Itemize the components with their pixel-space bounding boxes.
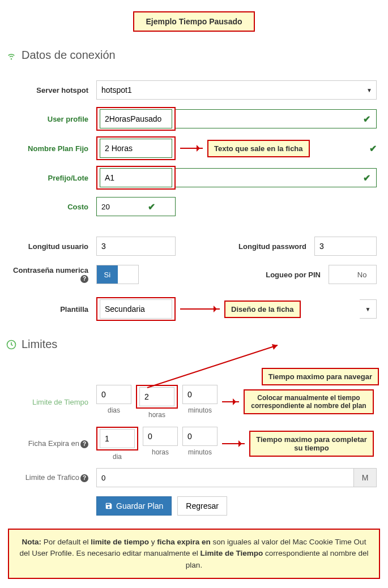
section-title: Datos de conexión xyxy=(22,49,116,62)
check-icon: ✔ xyxy=(369,144,377,153)
plantilla-select[interactable]: Secundaria xyxy=(100,299,172,319)
arrow-icon xyxy=(147,342,283,393)
arrow-icon xyxy=(180,148,203,149)
note-box: Nota: Por default el limite de tiempo y … xyxy=(8,529,380,579)
label-limite-trafico: Limite de Trafico? xyxy=(6,473,96,482)
check-icon: ✔ xyxy=(148,201,155,212)
expira-dia-input[interactable] xyxy=(100,429,135,448)
logueo-pin-toggle[interactable]: No xyxy=(329,265,377,284)
highlight-plantilla: Secundaria xyxy=(96,297,176,321)
contrasena-toggle[interactable]: Si xyxy=(96,265,139,284)
check-icon: ✔ xyxy=(363,114,370,125)
check-icon: ✔ xyxy=(363,173,370,183)
arrow-icon xyxy=(180,308,220,310)
chevron-down-icon: ▼ xyxy=(365,306,371,312)
label-costo: Costo xyxy=(6,203,96,211)
prefijo-input[interactable] xyxy=(100,168,172,187)
label-logueo-pin: Logueo por PIN xyxy=(139,271,329,279)
unit-label: dia xyxy=(113,453,122,461)
unit-label: minutos xyxy=(188,406,212,414)
label-server-hotspot: Server hotspot xyxy=(6,86,96,95)
costo-input[interactable] xyxy=(97,198,148,216)
highlight-user-profile xyxy=(96,107,176,131)
svg-line-1 xyxy=(147,345,278,388)
label-limite-tiempo: Limite de Tiempo xyxy=(6,398,96,406)
arrow-icon xyxy=(222,443,245,444)
unit-label: minutos xyxy=(188,448,212,456)
title-callout: Ejemplo Tiempo Pausado xyxy=(133,11,254,32)
expira-horas-input[interactable] xyxy=(143,427,178,446)
highlight-nombre-plan xyxy=(96,136,176,160)
long-usuario-input[interactable] xyxy=(96,237,176,256)
limite-trafico-input[interactable] xyxy=(96,468,354,487)
callout-diseno: Diseño de la ficha xyxy=(224,301,301,318)
label-prefijo: Prefijo/Lote xyxy=(6,174,96,182)
user-profile-input[interactable] xyxy=(100,109,172,128)
regresar-button[interactable]: Regresar xyxy=(177,496,227,516)
unit-label: horas xyxy=(148,411,165,419)
limite-dias-input[interactable] xyxy=(96,385,131,404)
label-user-profile: User profile xyxy=(6,115,96,123)
arrow-icon xyxy=(222,401,239,402)
label-long-pass: Longitud password xyxy=(176,242,314,251)
section-title: Limites xyxy=(22,338,57,351)
label-plantilla: Plantilla xyxy=(6,305,96,314)
unit-label: dias xyxy=(108,406,120,414)
save-icon xyxy=(105,502,113,510)
highlight-expira-dia xyxy=(96,427,138,450)
label-contrasena-num: Contraseña numerica? xyxy=(6,266,96,284)
wifi-icon xyxy=(6,50,17,61)
help-icon[interactable]: ? xyxy=(80,275,88,283)
guardar-button[interactable]: Guardar Plan xyxy=(96,496,172,516)
expira-minutos-input[interactable] xyxy=(182,427,218,446)
label-long-usuario: Longitud usuario xyxy=(6,242,96,251)
clock-icon xyxy=(6,339,17,350)
help-icon[interactable]: ? xyxy=(80,474,88,482)
callout-texto-ficha: Texto que sale en la ficha xyxy=(207,140,310,157)
nombre-plan-input[interactable] xyxy=(100,139,172,158)
callout-completar: Tiempo maximo para completar su tiempo xyxy=(249,431,374,457)
unit-label: horas xyxy=(152,448,169,456)
long-pass-input[interactable] xyxy=(314,237,377,256)
help-icon[interactable]: ? xyxy=(80,440,88,448)
label-nombre-plan: Nombre Plan Fijo xyxy=(6,144,96,153)
label-ficha-expira: Ficha Expira en? xyxy=(6,439,96,448)
server-hotspot-select[interactable]: hotspot1 xyxy=(96,80,377,100)
trafico-unit: M xyxy=(354,468,377,487)
highlight-prefijo xyxy=(96,166,176,190)
section-header-conexion: Datos de conexión xyxy=(6,49,382,62)
